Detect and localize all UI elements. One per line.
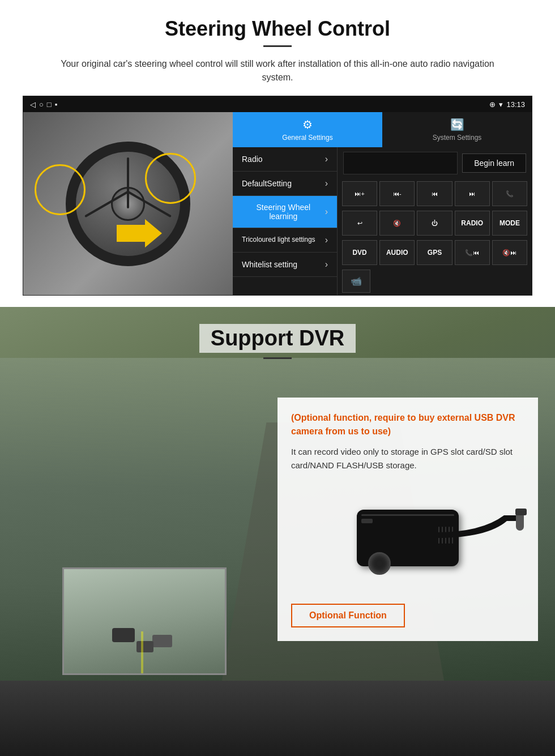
menu-item-whitelist[interactable]: Whitelist setting › [233,253,337,277]
control-buttons-row1: ⏭+ ⏮- ⏮ ⏭ 📞 [338,179,532,208]
menu-label-whitelist: Whitelist setting [242,260,297,269]
btn-call[interactable]: 📞 [492,181,527,206]
camera-lens [368,552,391,575]
dvr-optional-text: (Optional function, require to buy exter… [291,411,524,438]
audio-label: AUDIO [386,249,408,257]
settings-body: Radio › DefaultSetting › Steering Wheel … [233,147,532,295]
chevron-icon-steering: › [325,207,328,217]
call-icon: 📞 [506,190,514,198]
dvr-content-box: (Optional function, require to buy exter… [278,398,538,641]
settings-tabs: ⚙ General Settings 🔄 System Settings [233,112,532,147]
svg-rect-2 [515,509,527,515]
menu-label-default: DefaultSetting [242,179,292,188]
camera-cable-svg [436,504,527,572]
arrow-icon [117,219,162,247]
menu-item-default[interactable]: DefaultSetting › [233,172,337,196]
system-settings-icon: 🔄 [450,118,464,131]
svg-marker-0 [117,219,162,247]
nav-icons: ◁ ○ □ ▪ [30,100,57,109]
back-icon[interactable]: ◁ [30,100,36,109]
chevron-icon-radio: › [325,154,328,164]
btn-mute[interactable]: 🔇 [379,211,415,236]
dvr-title: Support DVR [199,324,356,353]
steering-description: Your original car's steering wheel contr… [45,57,510,84]
dvr-section: Support DVR (Optional function, require … [0,307,555,756]
prev-icon: ⏮ [432,190,438,197]
status-right: ⊕ ▾ 13:13 [489,100,525,109]
menu-label-radio: Radio [242,155,263,164]
title-divider [263,45,292,47]
controls-panel: Begin learn ⏭+ ⏮- ⏮ [338,147,532,295]
menu-item-radio[interactable]: Radio › [233,147,337,172]
dvr-row: 📹 [338,267,532,295]
gps-label: GPS [428,249,442,257]
status-bar: ◁ ○ □ ▪ ⊕ ▾ 13:13 [23,96,532,112]
camera-assembly [357,510,459,566]
android-ui-wrapper: ◁ ○ □ ▪ ⊕ ▾ 13:13 ⚙ General Settings [23,96,532,296]
begin-learn-button[interactable]: Begin learn [462,153,526,173]
chevron-icon-tricolour: › [325,235,328,245]
learn-display [343,152,458,174]
vol-up-icon: ⏭+ [355,190,364,197]
dvr-divider [263,357,292,359]
inset-road-view [64,569,225,673]
wifi-icon: ▾ [499,100,503,109]
btn-vol-up[interactable]: ⏭+ [342,181,377,206]
chevron-icon-default: › [325,178,328,189]
menu-icon[interactable]: ▪ [55,100,58,109]
mute-next-icon: 🔇⏭ [502,249,516,257]
car-image [23,96,233,295]
call-prev-icon: 📞⏮ [465,249,479,257]
settings-menu: Radio › DefaultSetting › Steering Wheel … [233,147,338,295]
dvr-dashboard [0,681,555,756]
menu-label-tricolour: Tricoloured light settings [242,236,315,245]
optional-function-button[interactable]: Optional Function [291,604,405,627]
dvr-title-area: Support DVR [0,307,555,370]
clock: 13:13 [506,100,525,109]
tab-general-settings[interactable]: ⚙ General Settings [233,112,382,147]
btn-dvd[interactable]: DVD [342,240,377,265]
btn-mode[interactable]: MODE [492,211,527,236]
dvr-description: It can record video only to storage in G… [291,445,524,472]
btn-mute-next[interactable]: 🔇⏭ [492,240,527,265]
control-buttons-row3: DVD AUDIO GPS 📞⏮ 🔇⏭ [338,238,532,267]
btn-gps[interactable]: GPS [417,240,452,265]
dvr-button[interactable]: 📹 [342,270,370,293]
mode-label: MODE [500,219,520,227]
menu-item-tricolour[interactable]: Tricoloured light settings › [233,228,337,253]
control-buttons-row2: ↩ 🔇 ⏻ RADIO MODE [338,208,532,238]
back-call-icon: ↩ [357,220,362,227]
gps-status-icon: ⊕ [489,100,496,109]
steering-title: Steering Wheel Control [23,17,532,41]
begin-learn-row: Begin learn [338,147,532,179]
btn-prev[interactable]: ⏮ [417,181,452,206]
chevron-icon-whitelist: › [325,259,328,270]
menu-item-steering[interactable]: Steering Wheel learning › [233,196,337,228]
general-settings-icon: ⚙ [302,118,313,131]
home-icon[interactable]: ○ [39,100,44,109]
btn-call-prev[interactable]: 📞⏮ [455,240,490,265]
dvd-label: DVD [352,249,366,257]
dvr-camera-image [291,481,524,595]
android-settings: ◁ ○ □ ▪ ⊕ ▾ 13:13 ⚙ General Settings [233,96,532,295]
tab-system-label: System Settings [433,134,482,142]
btn-next[interactable]: ⏭ [455,181,490,206]
vol-down-icon: ⏮- [393,190,402,197]
btn-audio[interactable]: AUDIO [379,240,415,265]
car-bg [23,96,233,295]
btn-back[interactable]: ↩ [342,211,377,236]
btn-radio[interactable]: RADIO [455,211,490,236]
dvr-inset-screenshot [62,567,227,675]
menu-label-steering: Steering Wheel learning [242,203,325,221]
btn-power[interactable]: ⏻ [417,211,452,236]
next-icon: ⏭ [469,190,475,197]
recent-icon[interactable]: □ [47,100,52,109]
radio-label: RADIO [461,219,483,227]
mute-icon: 🔇 [393,220,401,227]
dvr-icon: 📹 [351,276,362,287]
tab-general-label: General Settings [282,134,332,142]
power-icon: ⏻ [432,220,438,227]
steering-section: Steering Wheel Control Your original car… [0,0,555,307]
btn-vol-down[interactable]: ⏮- [379,181,415,206]
tab-system-settings[interactable]: 🔄 System Settings [382,112,532,147]
